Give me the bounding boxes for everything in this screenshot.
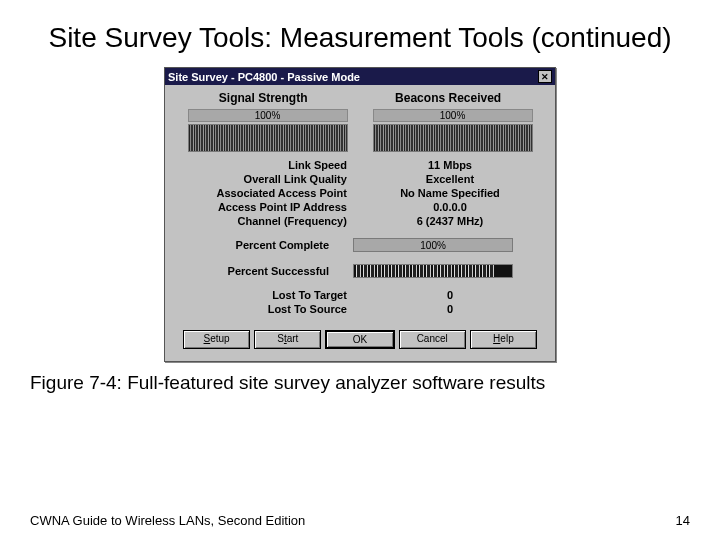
slide-footer: CWNA Guide to Wireless LANs, Second Edit… bbox=[30, 513, 690, 528]
setup-button[interactable]: Setup bbox=[183, 330, 250, 349]
beacons-received-pct: 100% bbox=[373, 109, 533, 122]
assoc-ap-label: Associated Access Point bbox=[187, 187, 367, 199]
window-content: Signal Strength Beacons Received 100% 10… bbox=[165, 85, 555, 361]
beacons-received-header: Beacons Received bbox=[395, 91, 501, 105]
start-button[interactable]: Start bbox=[254, 330, 321, 349]
app-window: Site Survey - PC4800 - Passive Mode ✕ Si… bbox=[164, 67, 556, 362]
cancel-button[interactable]: Cancel bbox=[399, 330, 466, 349]
beacons-received-bar bbox=[373, 124, 533, 152]
signal-strength-bar bbox=[188, 124, 348, 152]
slide-title: Site Survey Tools: Measurement Tools (co… bbox=[0, 0, 720, 63]
channel-value: 6 (2437 MHz) bbox=[367, 215, 533, 227]
lost-target-label: Lost To Target bbox=[187, 289, 367, 301]
help-button-rest: elp bbox=[500, 333, 513, 344]
footer-page-number: 14 bbox=[676, 513, 690, 528]
channel-label: Channel (Frequency) bbox=[187, 215, 367, 227]
lost-target-value: 0 bbox=[367, 289, 533, 301]
assoc-ap-value: No Name Specified bbox=[367, 187, 533, 199]
ap-ip-value: 0.0.0.0 bbox=[367, 201, 533, 213]
titlebar: Site Survey - PC4800 - Passive Mode ✕ bbox=[165, 68, 555, 85]
ap-ip-label: Access Point IP Address bbox=[187, 201, 367, 213]
close-icon[interactable]: ✕ bbox=[538, 70, 552, 83]
overall-quality-label: Overall Link Quality bbox=[187, 173, 367, 185]
signal-strength-pct: 100% bbox=[188, 109, 348, 122]
pct-success-bar bbox=[353, 264, 513, 278]
footer-left: CWNA Guide to Wireless LANs, Second Edit… bbox=[30, 513, 305, 528]
lost-source-value: 0 bbox=[367, 303, 533, 315]
help-button[interactable]: Help bbox=[470, 330, 537, 349]
figure-caption: Figure 7-4: Full-featured site survey an… bbox=[0, 362, 720, 396]
pct-complete-label: Percent Complete bbox=[187, 239, 353, 251]
start-button-pre: S bbox=[277, 333, 284, 344]
start-button-rest: art bbox=[287, 333, 299, 344]
link-speed-label: Link Speed bbox=[187, 159, 367, 171]
button-row: Setup Start OK Cancel Help bbox=[175, 324, 545, 355]
link-speed-value: 11 Mbps bbox=[367, 159, 533, 171]
window-title: Site Survey - PC4800 - Passive Mode bbox=[168, 71, 360, 83]
ok-button[interactable]: OK bbox=[325, 330, 394, 349]
pct-complete-bar: 100% bbox=[353, 238, 513, 252]
overall-quality-value: Excellent bbox=[367, 173, 533, 185]
lost-source-label: Lost To Source bbox=[187, 303, 367, 315]
signal-strength-header: Signal Strength bbox=[219, 91, 308, 105]
pct-success-label: Percent Successful bbox=[187, 265, 353, 277]
setup-button-rest: etup bbox=[210, 333, 229, 344]
stats-table: Link Speed 11 Mbps Overall Link Quality … bbox=[175, 158, 545, 228]
